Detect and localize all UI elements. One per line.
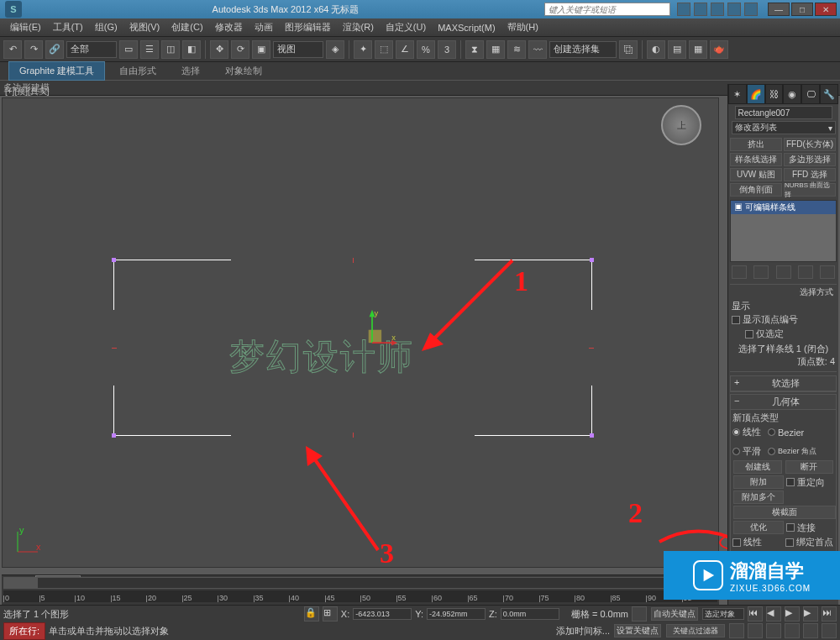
modifier-stack[interactable]: ▣ 可编辑样条线 <box>730 200 837 262</box>
select-button[interactable]: ▭ <box>119 40 138 59</box>
ffd-select-button[interactable]: FFD 选择 <box>784 168 836 181</box>
menu-animation[interactable]: 动画 <box>249 19 278 35</box>
bind-first-checkbox[interactable] <box>785 538 794 547</box>
maximize-button[interactable]: □ <box>791 3 813 16</box>
menu-grapheditors[interactable]: 图形编辑器 <box>280 19 336 35</box>
curve-editor-button[interactable]: 〰 <box>528 40 547 59</box>
cross-section-button[interactable]: 横截面 <box>733 506 836 519</box>
tab-freeform[interactable]: 自由形式 <box>108 61 167 81</box>
toolbar-icon[interactable] <box>744 3 758 16</box>
viewcube[interactable]: 上 <box>661 105 701 145</box>
motion-tab-icon[interactable]: ◉ <box>783 84 801 104</box>
render-frame-button[interactable]: ▦ <box>689 40 707 59</box>
layers-button[interactable]: ≋ <box>507 40 526 59</box>
pivot-button[interactable]: ◈ <box>326 40 344 59</box>
rotate-button[interactable]: ⟳ <box>231 40 249 59</box>
viewport[interactable]: 梦幻设计师 y x x y 上 <box>2 97 719 568</box>
radio-bezier-corner[interactable] <box>768 448 775 455</box>
key-target-input[interactable] <box>702 608 744 620</box>
connect-checkbox[interactable] <box>786 523 795 532</box>
window-crossing-button[interactable]: ◧ <box>182 40 201 59</box>
y-coord-input[interactable] <box>427 608 486 620</box>
minimize-button[interactable]: — <box>768 3 790 16</box>
toolbar-icon[interactable] <box>711 3 724 16</box>
menu-tools[interactable]: 工具(T) <box>48 19 88 35</box>
setkey-button[interactable]: 设置关键点 <box>614 624 661 637</box>
menu-help[interactable]: 帮助(H) <box>502 19 543 35</box>
mirror-button[interactable]: ⧗ <box>465 40 484 59</box>
timeline-scrollbar[interactable] <box>3 577 717 589</box>
select-by-name-button[interactable]: ☰ <box>140 40 159 59</box>
menu-maxscript[interactable]: MAXScript(M) <box>433 21 500 34</box>
nav-icon[interactable] <box>785 623 800 638</box>
nav-icon[interactable] <box>803 623 818 638</box>
close-button[interactable]: ✕ <box>815 3 837 16</box>
named-selection-dropdown[interactable]: 创建选择集 <box>549 41 617 58</box>
move-button[interactable]: ✥ <box>210 40 228 59</box>
keyfilter-button[interactable]: 关键点过滤器 <box>666 624 725 637</box>
hierarchy-tab-icon[interactable]: ⛓ <box>765 84 784 104</box>
redo-button[interactable]: ↷ <box>24 40 43 59</box>
nurbs-button[interactable]: NURBS 曲面选择 <box>784 183 836 197</box>
make-unique-icon[interactable] <box>776 265 791 279</box>
selection-filter-dropdown[interactable]: 全部 <box>66 41 117 58</box>
timeline-ruler[interactable]: 0510152025303540455055606570758085909510… <box>3 590 717 602</box>
tab-selection[interactable]: 选择 <box>171 61 211 81</box>
menu-edit[interactable]: 编辑(E) <box>5 19 46 35</box>
manipulate-button[interactable]: ✦ <box>354 40 372 59</box>
nav-icon[interactable] <box>766 623 781 638</box>
menu-customize[interactable]: 自定义(U) <box>381 19 431 35</box>
render-setup-button[interactable]: ▤ <box>668 40 686 59</box>
scale-button[interactable]: ▣ <box>252 40 270 59</box>
nav-icon[interactable] <box>748 623 763 638</box>
menu-create[interactable]: 创建(C) <box>166 19 207 35</box>
menu-render[interactable]: 渲染(R) <box>338 19 379 35</box>
spinner-snap-button[interactable]: 3 <box>438 40 456 59</box>
show-vertex-num-checkbox[interactable] <box>732 316 740 324</box>
goto-start-icon[interactable]: ⏮ <box>748 606 763 622</box>
break-button[interactable]: 断开 <box>785 460 834 474</box>
poly-select-button[interactable]: 多边形选择 <box>784 153 836 166</box>
next-frame-icon[interactable]: ▶ <box>803 606 818 622</box>
radio-linear[interactable] <box>732 428 740 436</box>
viewport-label[interactable]: [+][顶][真实] <box>5 86 50 97</box>
uvw-map-button[interactable]: UVW 贴图 <box>730 168 782 181</box>
reorient-checkbox[interactable] <box>786 478 795 486</box>
x-coord-input[interactable] <box>353 608 412 620</box>
help-search-input[interactable] <box>544 3 670 16</box>
only-selected-checkbox[interactable] <box>745 330 753 338</box>
action-recorder-button[interactable]: 所在行: <box>3 622 45 640</box>
link-button[interactable]: 🔗 <box>45 40 64 59</box>
stack-item-editable-spline[interactable]: ▣ 可编辑样条线 <box>731 201 836 214</box>
optimize-button[interactable]: 优化 <box>733 521 784 534</box>
toolbar-icon[interactable] <box>694 3 707 16</box>
modifier-list-dropdown[interactable]: 修改器列表 <box>732 121 836 134</box>
angle-snap-button[interactable]: ∠ <box>396 40 414 59</box>
display-tab-icon[interactable]: 🖵 <box>801 84 820 104</box>
pin-stack-icon[interactable] <box>732 265 747 279</box>
refcoord-dropdown[interactable]: 视图 <box>273 41 323 58</box>
configure-sets-icon[interactable] <box>820 265 835 279</box>
percent-snap-button[interactable]: % <box>417 40 435 59</box>
attach-multiple-button[interactable]: 附加多个 <box>733 490 784 504</box>
time-config-icon[interactable] <box>632 606 647 622</box>
attach-button[interactable]: 附加 <box>733 475 784 489</box>
menu-group[interactable]: 组(G) <box>90 19 123 35</box>
spline-select-button[interactable]: 样条线选择 <box>730 153 782 166</box>
tab-objectpaint[interactable]: 对象绘制 <box>214 61 273 81</box>
extrude-button[interactable]: 挤出 <box>730 138 782 151</box>
ffd-box-button[interactable]: FFD(长方体) <box>784 138 836 151</box>
object-name-input[interactable] <box>735 106 832 119</box>
transform-type-icon[interactable]: ⊞ <box>323 606 338 622</box>
utilities-tab-icon[interactable]: 🔧 <box>820 84 838 104</box>
render-button[interactable]: 🫖 <box>710 40 728 59</box>
toolbar-icon[interactable] <box>677 3 690 16</box>
nav-icon[interactable] <box>822 623 837 638</box>
remove-modifier-icon[interactable] <box>798 265 813 279</box>
modify-tab-icon[interactable]: 🌈 <box>747 84 765 104</box>
tab-graphite[interactable]: Graphite 建模工具 <box>8 61 105 81</box>
transform-gizmo[interactable]: y x <box>347 308 397 359</box>
addtime-label[interactable]: 添加时间标... <box>556 625 610 637</box>
create-line-button[interactable]: 创建线 <box>733 460 782 474</box>
show-end-result-icon[interactable] <box>753 265 769 279</box>
